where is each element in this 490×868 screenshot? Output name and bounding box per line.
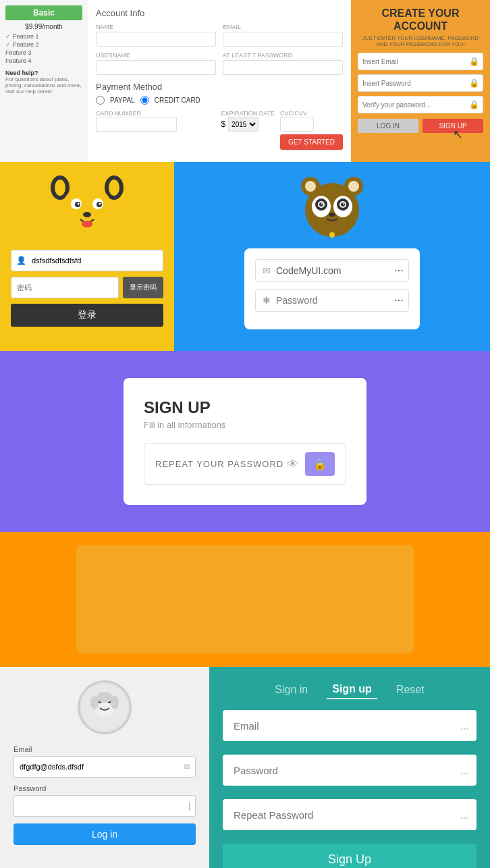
- name-field: NAME: [96, 24, 216, 47]
- svg-point-17: [305, 181, 316, 192]
- svg-point-27: [321, 203, 323, 205]
- exp-section: EXPIRATION DATE $ 2016 2015 2014 2013 20…: [221, 110, 275, 132]
- signup-card: SIGN UP Fill in all informations 👁 🔒: [124, 378, 366, 505]
- raccoon-password-input[interactable]: [276, 295, 394, 306]
- cvc-input[interactable]: [280, 117, 314, 132]
- svg-point-10: [78, 203, 80, 205]
- feature-3: Feature 3: [5, 49, 82, 56]
- bottom-email-input[interactable]: [13, 756, 196, 778]
- create-account-subtitle: JUST ENTER YOUR USERNAME, PASSWORD AND Y…: [358, 35, 483, 47]
- lock-icon-3: 🔒: [469, 100, 479, 109]
- bottom-login-button[interactable]: Log in: [13, 823, 196, 845]
- password-hint-label: AT LEAST 7 PASSWORD: [223, 52, 343, 59]
- need-help-label: Need help?: [5, 70, 82, 76]
- dog-password-input[interactable]: [11, 277, 119, 298]
- section-signup: SIGN UP Fill in all informations 👁 🔒: [0, 351, 490, 532]
- card-number-input[interactable]: [96, 117, 177, 132]
- svg-point-29: [329, 213, 335, 217]
- check-icon: ✓: [5, 41, 11, 48]
- credit-card-row: CARD NUMBER EXPIRATION DATE $ 2016 2015 …: [96, 110, 343, 150]
- credit-card-label: CREDIT CARD: [155, 97, 200, 104]
- account-payment-panel: Account Info NAME EMAIL USERNAME AT LEAS…: [88, 0, 351, 162]
- login-button[interactable]: LOG IN: [358, 119, 418, 133]
- paypal-radio[interactable]: [96, 96, 105, 105]
- cvc-section: CVC/CVV GET STARTED: [280, 110, 343, 150]
- payment-options-row: PAYPAL CREDIT CARD: [96, 96, 343, 105]
- raccoon-avatar: [292, 173, 373, 240]
- password-dots-icon: ⋯: [460, 769, 470, 778]
- create-password-wrap: 🔒: [358, 74, 483, 92]
- email-input[interactable]: [223, 32, 343, 47]
- create-account-buttons: LOG IN SIGN UP: [358, 119, 483, 133]
- tab-signin[interactable]: Sign in: [269, 681, 313, 699]
- bottom-password-input[interactable]: [13, 795, 196, 817]
- cvc-label: CVC/CVV: [280, 110, 343, 117]
- payment-method-title: Payment Method: [96, 82, 343, 92]
- feature-4: Feature 4: [5, 57, 82, 64]
- dog-login-button[interactable]: 登录: [11, 304, 163, 327]
- exp-label: EXPIRATION DATE: [221, 110, 275, 117]
- svg-point-37: [111, 696, 119, 709]
- bottom-tabs: Sign in Sign up Reset: [223, 680, 477, 699]
- section-mid: 👤 显示密码 登录: [0, 162, 490, 351]
- tab-signup[interactable]: Sign up: [327, 680, 377, 699]
- create-password-input[interactable]: [358, 74, 483, 92]
- svg-point-18: [348, 181, 359, 192]
- name-input[interactable]: [96, 32, 216, 47]
- username-input[interactable]: [96, 60, 216, 75]
- teal-email-input[interactable]: [223, 710, 477, 741]
- avatar-image: [80, 682, 130, 732]
- dog-username-input[interactable]: [11, 250, 163, 271]
- year-select[interactable]: 2016 2015 2014 2013 2012 2009: [228, 117, 258, 132]
- email-icon: ✉: [263, 265, 271, 276]
- basic-plan-panel: Basic $9.99/month ✓Feature 1 ✓Feature 2 …: [0, 0, 88, 162]
- avatar: [78, 680, 132, 734]
- credit-card-radio[interactable]: [140, 96, 149, 105]
- dog-password-row: 显示密码: [11, 277, 163, 298]
- email-field: EMAIL: [223, 24, 343, 47]
- get-started-button[interactable]: GET STARTED: [280, 134, 343, 150]
- dots-icon-2: ⋯: [394, 295, 405, 306]
- email-dots-icon: ⋯: [460, 724, 470, 734]
- svg-point-3: [55, 180, 65, 196]
- raccoon-login-panel: ✉ ⋯ ✱ ⋯: [174, 162, 490, 351]
- dog-avatar: [47, 175, 128, 243]
- email-label: EMAIL: [223, 24, 343, 30]
- create-email-wrap: 🔒: [358, 53, 483, 70]
- show-password-button[interactable]: 显示密码: [123, 277, 163, 298]
- orange-card: [76, 545, 414, 653]
- create-verify-input[interactable]: [358, 96, 483, 113]
- asterisk-icon: ✱: [263, 295, 271, 306]
- signup-lock-button[interactable]: 🔒: [305, 452, 335, 476]
- teal-password-input[interactable]: [223, 755, 477, 786]
- create-email-input[interactable]: [358, 53, 483, 70]
- raccoon-email-row: ✉ ⋯: [255, 259, 409, 282]
- svg-point-36: [90, 696, 99, 709]
- account-form-row1: NAME EMAIL: [96, 24, 343, 47]
- teal-signup-button[interactable]: Sign Up: [223, 844, 477, 868]
- password-hint-input[interactable]: [223, 60, 343, 75]
- signup-button[interactable]: SIGN UP: [423, 119, 483, 133]
- teal-repeat-wrap: ⋯: [223, 799, 477, 837]
- lock-icon-2: 🔒: [469, 78, 479, 88]
- svg-point-25: [319, 202, 323, 207]
- tab-reset[interactable]: Reset: [391, 681, 430, 699]
- plan-title: Basic: [5, 5, 82, 20]
- teal-email-wrap: ⋯: [223, 710, 477, 748]
- section-bottom: Email ✉ Password | Log in Sign in Sign u…: [0, 667, 490, 868]
- account-form-row2: USERNAME AT LEAST 7 PASSWORD: [96, 52, 343, 75]
- username-label: USERNAME: [96, 52, 216, 59]
- raccoon-email-input[interactable]: [276, 265, 394, 276]
- create-account-title: CREATE YOUR ACCOUNT: [358, 7, 483, 32]
- create-account-panel: CREATE YOUR ACCOUNT JUST ENTER YOUR USER…: [351, 0, 490, 162]
- svg-point-13: [82, 221, 92, 227]
- create-verify-wrap: 🔒: [358, 96, 483, 113]
- dog-username-wrap: 👤: [11, 250, 163, 271]
- plan-price: $9.99/month: [5, 23, 82, 30]
- teal-repeat-password-input[interactable]: [223, 799, 477, 830]
- svg-point-12: [83, 212, 91, 217]
- check-icon: ✓: [5, 33, 11, 40]
- account-info-title: Account Info: [96, 8, 343, 18]
- password-form-label: Password: [13, 784, 196, 792]
- signup-password-input[interactable]: [155, 459, 288, 469]
